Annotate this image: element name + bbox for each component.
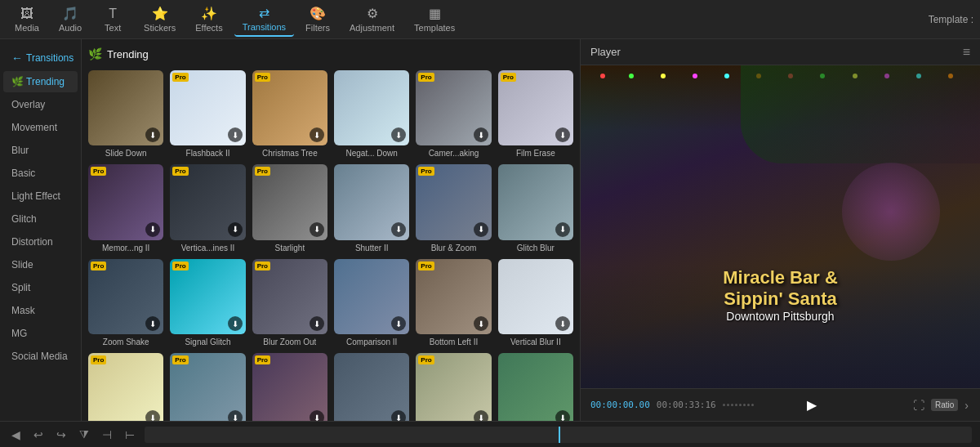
toolbar-text[interactable]: T Text (93, 3, 132, 36)
card-2[interactable]: Pro⬇Flashback II (170, 70, 245, 158)
fullscreen-button[interactable]: ⛶ (911, 397, 926, 413)
sidebar-item-slide[interactable]: Slide (3, 254, 78, 275)
download-badge[interactable]: ⬇ (310, 127, 324, 142)
card-16[interactable]: ⬇Comparison II (334, 259, 409, 346)
download-badge[interactable]: ⬇ (555, 127, 570, 142)
ratio-badge[interactable]: Ratio (931, 399, 958, 411)
sidebar-item-overlay[interactable]: Overlay (3, 94, 78, 115)
download-badge[interactable]: ⬇ (474, 127, 488, 142)
card-14[interactable]: Pro⬇Signal Glitch (170, 259, 245, 346)
card-23[interactable]: Pro⬇White Flash II (416, 353, 491, 421)
trim-right-button[interactable]: ⊢ (122, 427, 138, 443)
sidebar-item-movement[interactable]: Movement (3, 117, 78, 138)
bottom-bar: ◀ ↩ ↪ ⧩ ⊣ ⊢ (0, 421, 980, 447)
toolbar-templates-label: Templates (414, 23, 455, 33)
card-label-3: Christmas Tree (262, 149, 318, 158)
toolbar-effects[interactable]: ✨ Effects (187, 2, 230, 36)
card-5[interactable]: Pro⬇Camer...aking (416, 70, 491, 158)
card-20[interactable]: Pro⬇Holog...ction (170, 353, 245, 421)
download-badge[interactable]: ⬇ (310, 222, 324, 237)
card-3[interactable]: Pro⬇Christmas Tree (252, 70, 327, 158)
card-thumb-8: Pro⬇ (170, 164, 245, 239)
card-label-8: Vertica...ines II (181, 244, 235, 253)
more-button[interactable]: › (963, 397, 970, 413)
download-badge[interactable]: ⬇ (391, 127, 406, 142)
player-menu-icon[interactable]: ≡ (963, 45, 970, 60)
undo-button[interactable]: ↩ (30, 427, 47, 443)
download-badge[interactable]: ⬇ (555, 410, 570, 421)
card-label-17: Bottom Left II (430, 337, 478, 346)
download-badge[interactable]: ⬇ (228, 410, 243, 421)
back-button[interactable]: ◀ (8, 427, 24, 443)
download-badge[interactable]: ⬇ (145, 410, 160, 421)
card-thumb-22: ⬇ (334, 353, 409, 421)
timeline-playhead[interactable] (559, 427, 560, 443)
trim-left-button[interactable]: ⊣ (99, 427, 115, 443)
download-badge[interactable]: ⬇ (555, 316, 570, 331)
download-badge[interactable]: ⬇ (474, 410, 488, 421)
toolbar-transitions[interactable]: ⇄ Transitions (234, 2, 294, 37)
toolbar-audio[interactable]: 🎵 Audio (51, 2, 90, 36)
download-badge[interactable]: ⬇ (310, 410, 324, 421)
toolbar-stickers[interactable]: ⭐ Stickers (136, 2, 184, 36)
download-badge[interactable]: ⬇ (145, 222, 160, 237)
sidebar-item-glitch[interactable]: Glitch (3, 208, 78, 230)
toolbar-filters[interactable]: 🎨 Filters (297, 2, 338, 36)
card-9[interactable]: Pro⬇Starlight (252, 164, 327, 252)
card-17[interactable]: Pro⬇Bottom Left II (416, 259, 491, 346)
download-badge[interactable]: ⬇ (228, 222, 243, 237)
sidebar-item-split[interactable]: Split (3, 277, 78, 298)
sidebar-item-mask[interactable]: Mask (3, 300, 78, 321)
toolbar-adjustment[interactable]: ⚙ Adjustment (341, 2, 403, 36)
download-badge[interactable]: ⬇ (145, 127, 160, 142)
card-label-9: Starlight (274, 244, 305, 253)
card-15[interactable]: Pro⬇Blur Zoom Out (252, 259, 327, 346)
download-badge[interactable]: ⬇ (474, 222, 488, 237)
sidebar-item-mg[interactable]: MG (3, 323, 78, 344)
redo-button[interactable]: ↪ (53, 427, 69, 443)
card-13[interactable]: Pro⬇Zoom Shake (88, 259, 163, 346)
card-thumb-7: Pro⬇ (88, 164, 163, 239)
download-badge[interactable]: ⬇ (391, 410, 406, 421)
download-badge[interactable]: ⬇ (228, 127, 243, 142)
download-badge[interactable]: ⬇ (555, 222, 570, 237)
card-21[interactable]: Pro⬇Sticky Note (252, 353, 327, 421)
card-24[interactable]: ⬇Split (498, 353, 573, 421)
sidebar-item-light-effect[interactable]: Light Effect (3, 186, 78, 207)
player-video: Miracle Bar & Sippin' Santa Downtown Pit… (581, 65, 980, 388)
card-22[interactable]: ⬇Tear Apart (334, 353, 409, 421)
play-button[interactable]: ▶ (800, 394, 823, 417)
toolbar-effects-label: Effects (195, 23, 222, 33)
download-badge[interactable]: ⬇ (474, 316, 488, 331)
sidebar-item-distortion[interactable]: Distortion (3, 231, 78, 253)
card-6[interactable]: Pro⬇Film Erase (498, 70, 573, 158)
card-18[interactable]: ⬇Vertical Blur II (498, 259, 573, 346)
download-badge[interactable]: ⬇ (391, 222, 406, 237)
card-12[interactable]: ⬇Glitch Blur (498, 164, 573, 252)
sidebar-item-basic[interactable]: Basic (3, 163, 78, 184)
split-button[interactable]: ⧩ (76, 426, 92, 443)
sidebar-item-trending[interactable]: 🌿 Trending (3, 71, 78, 92)
download-badge[interactable]: ⬇ (310, 316, 324, 331)
adjustment-icon: ⚙ (367, 6, 378, 21)
card-19[interactable]: Pro⬇Electric Light II (88, 353, 163, 421)
timeline-strip (145, 427, 972, 443)
download-badge[interactable]: ⬇ (228, 316, 243, 331)
download-badge[interactable]: ⬇ (391, 316, 406, 331)
card-thumb-15: Pro⬇ (252, 259, 327, 334)
toolbar-media[interactable]: 🖼 Media (7, 3, 47, 36)
pro-badge: Pro (91, 167, 106, 176)
card-thumb-21: Pro⬇ (252, 353, 327, 421)
card-thumb-17: Pro⬇ (416, 259, 491, 334)
card-7[interactable]: Pro⬇Memor...ng II (88, 164, 163, 252)
card-4[interactable]: ⬇Negat... Down (334, 70, 409, 158)
toolbar-templates[interactable]: ▦ Templates (406, 2, 463, 36)
card-8[interactable]: Pro⬇Vertica...ines II (170, 164, 245, 252)
card-1[interactable]: ⬇Slide Down (88, 70, 163, 158)
sidebar-item-social-media[interactable]: Social Media (3, 346, 78, 367)
card-11[interactable]: Pro⬇Blur & Zoom (416, 164, 491, 252)
card-10[interactable]: ⬇Shutter II (334, 164, 409, 252)
sidebar-item-blur[interactable]: Blur (3, 140, 78, 161)
card-thumb-12: ⬇ (498, 164, 573, 239)
download-badge[interactable]: ⬇ (145, 316, 160, 331)
